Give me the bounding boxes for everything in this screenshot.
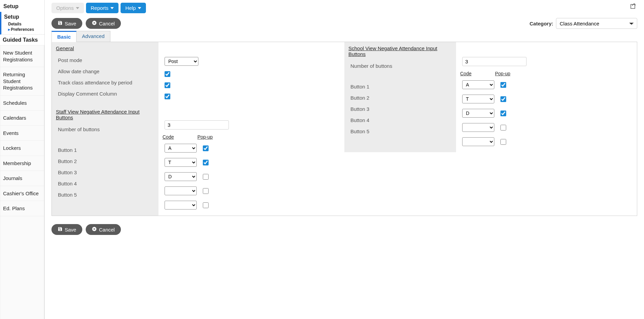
sidebar-item-calendars[interactable]: Calendars xyxy=(0,111,44,126)
staff-button1-code[interactable]: A xyxy=(165,144,197,153)
main-content: Options Reports Help Save xyxy=(45,0,644,319)
bottom-action-bar: Save Cancel xyxy=(51,224,637,235)
cancel-button-bottom[interactable]: Cancel xyxy=(86,224,121,235)
staff-button3-label: Button 3 xyxy=(58,170,77,175)
tabs: Basic Advanced xyxy=(51,31,637,42)
staff-button1-popup[interactable] xyxy=(203,145,209,151)
staff-button2-code[interactable]: T xyxy=(165,158,197,167)
topbar: Options Reports Help xyxy=(51,3,637,13)
options-label: Options xyxy=(56,5,74,11)
school-button2-code[interactable]: T xyxy=(462,95,494,103)
chevron-down-icon xyxy=(110,7,114,9)
maximize-icon[interactable] xyxy=(630,3,636,9)
staff-button5-code[interactable] xyxy=(165,201,197,210)
school-buttons-labels: School View Negative Attendance Input Bu… xyxy=(344,42,456,152)
cancel-icon xyxy=(92,226,97,233)
help-button[interactable]: Help xyxy=(121,3,146,13)
school-number-input[interactable] xyxy=(462,57,527,66)
staff-number-input[interactable] xyxy=(165,120,229,129)
post-mode-select[interactable]: Post xyxy=(165,57,198,66)
school-number-label: Number of buttons xyxy=(350,63,392,69)
school-button5-code[interactable] xyxy=(462,137,494,146)
staff-popup-header: Pop-up xyxy=(197,134,213,140)
sidebar-item-events[interactable]: Events xyxy=(0,126,44,141)
school-button2-label: Button 2 xyxy=(350,95,369,101)
staff-button5-label: Button 5 xyxy=(58,192,77,198)
staff-button3-popup[interactable] xyxy=(203,174,209,180)
save-icon xyxy=(58,20,63,26)
school-code-header: Code xyxy=(460,71,492,76)
school-buttons-heading: School View Negative Attendance Input Bu… xyxy=(348,45,452,57)
save-icon xyxy=(58,226,63,233)
allow-date-change-label: Allow date change xyxy=(58,68,100,74)
allow-date-change-checkbox[interactable] xyxy=(165,71,170,77)
staff-button5-popup[interactable] xyxy=(203,202,209,208)
school-button3-code[interactable]: D xyxy=(462,109,494,118)
school-col-headers: Code Pop-up xyxy=(460,69,633,78)
general-heading: General xyxy=(56,45,154,51)
school-button4-popup[interactable] xyxy=(500,125,506,131)
guided-tasks-title: Guided Tasks xyxy=(3,37,42,43)
staff-button3-code[interactable]: D xyxy=(165,172,197,181)
staff-number-label: Number of buttons xyxy=(58,126,100,132)
staff-buttons-labels: Staff View Negative Attendance Input But… xyxy=(52,105,158,216)
sidebar-item-returning-student-registrations[interactable]: Returning Student Registrations xyxy=(0,67,44,96)
school-button3-popup[interactable] xyxy=(500,111,506,116)
save-label: Save xyxy=(65,21,76,26)
school-buttons-controls: Code Pop-up A T D xyxy=(456,42,637,152)
page-title-top: Setup xyxy=(0,0,44,12)
school-button2-popup[interactable] xyxy=(500,96,506,102)
staff-button4-code[interactable] xyxy=(165,186,197,195)
school-button4-label: Button 4 xyxy=(350,117,369,123)
help-label: Help xyxy=(125,5,136,11)
display-comment-checkbox[interactable] xyxy=(165,94,170,99)
sidebar-subitem-preferences[interactable]: Preferences xyxy=(4,27,42,32)
sidebar: Setup Setup Details Preferences Guided T… xyxy=(0,0,45,319)
school-button1-code[interactable]: A xyxy=(462,80,494,89)
school-button1-popup[interactable] xyxy=(500,82,506,88)
general-controls: Post xyxy=(158,42,344,105)
cancel-button[interactable]: Cancel xyxy=(86,18,121,29)
save-button[interactable]: Save xyxy=(51,18,82,29)
options-button: Options xyxy=(51,3,84,13)
school-button4-code[interactable] xyxy=(462,123,494,132)
sidebar-item-cashiers-office[interactable]: Cashier's Office xyxy=(0,186,44,201)
sidebar-item-new-student-registrations[interactable]: New Student Registrations xyxy=(0,45,44,67)
action-bar: Save Cancel Category: Class Attendance xyxy=(51,18,637,29)
tab-content-basic: General Post mode Allow date change Trac… xyxy=(51,42,637,216)
cancel-label-bottom: Cancel xyxy=(99,227,115,233)
tab-advanced[interactable]: Advanced xyxy=(76,31,110,42)
save-button-bottom[interactable]: Save xyxy=(51,224,82,235)
sidebar-subitem-details[interactable]: Details xyxy=(4,21,42,27)
reports-button[interactable]: Reports xyxy=(86,3,119,13)
category-select[interactable]: Class Attendance xyxy=(556,18,637,29)
staff-col-headers: Code Pop-up xyxy=(163,132,340,141)
tab-basic[interactable]: Basic xyxy=(51,31,77,42)
display-comment-label: Display Comment Column xyxy=(58,91,117,97)
save-label-bottom: Save xyxy=(65,227,76,233)
sidebar-item-schedules[interactable]: Schedules xyxy=(0,96,44,111)
school-button5-popup[interactable] xyxy=(500,139,506,145)
staff-buttons-heading: Staff View Negative Attendance Input But… xyxy=(56,109,154,120)
school-button5-label: Button 5 xyxy=(350,128,369,134)
sidebar-item-membership[interactable]: Membership xyxy=(0,156,44,171)
cancel-label: Cancel xyxy=(99,21,115,26)
cancel-icon xyxy=(92,20,97,26)
staff-button4-label: Button 4 xyxy=(58,181,77,186)
sidebar-item-journals[interactable]: Journals xyxy=(0,171,44,186)
sidebar-item-lockers[interactable]: Lockers xyxy=(0,141,44,156)
staff-button2-popup[interactable] xyxy=(203,160,209,165)
sidebar-item-ed-plans[interactable]: Ed. Plans xyxy=(0,201,44,216)
chevron-down-icon xyxy=(76,7,79,9)
reports-label: Reports xyxy=(91,5,109,11)
track-period-checkbox[interactable] xyxy=(165,82,170,88)
sidebar-section-setup: Setup Details Preferences xyxy=(0,12,44,35)
track-period-label: Track class attendance by period xyxy=(58,80,132,85)
staff-button4-popup[interactable] xyxy=(203,188,209,194)
staff-button1-label: Button 1 xyxy=(58,147,77,153)
school-popup-header: Pop-up xyxy=(495,71,510,76)
general-labels: General Post mode Allow date change Trac… xyxy=(52,42,158,105)
school-button3-label: Button 3 xyxy=(350,106,369,112)
category-label: Category: xyxy=(530,21,553,26)
post-mode-label: Post mode xyxy=(58,57,82,63)
